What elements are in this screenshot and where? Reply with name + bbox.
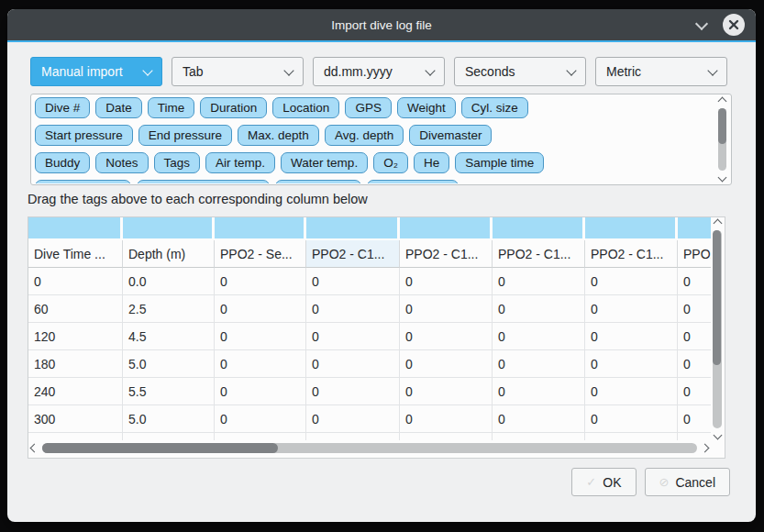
tag-o[interactable]: O₂ <box>373 152 408 173</box>
scroll-up-icon[interactable] <box>713 219 722 228</box>
window-title: Import dive log file <box>331 18 432 32</box>
tag-date[interactable]: Date <box>95 97 142 118</box>
table-cell: 120 <box>28 323 123 350</box>
table-cell <box>123 433 215 440</box>
tag-sample-time[interactable]: Sample time <box>455 152 544 173</box>
column-header-row: Dive Time ...Depth (m)PPO2 - Se...PPO2 -… <box>28 240 711 268</box>
table-cell: 300 <box>28 405 123 433</box>
table-cell: 0 <box>678 268 711 295</box>
table-row: 602.5000000 <box>28 295 711 323</box>
tag-sample-cns[interactable]: Sample CNS <box>367 180 459 183</box>
tag-weight[interactable]: Weight <box>397 97 456 118</box>
ok-button[interactable]: ✓ OK <box>571 468 636 496</box>
tag-row: BuddyNotesTagsAir temp.Water temp.O₂HeSa… <box>35 152 713 173</box>
tag-duration[interactable]: Duration <box>200 97 267 118</box>
scrollbar-thumb[interactable] <box>42 443 278 453</box>
drop-target-cell[interactable] <box>123 217 215 240</box>
dropdown-import-mode[interactable]: Manual import <box>30 57 162 86</box>
tag-dive[interactable]: Dive # <box>35 97 90 118</box>
scrollbar-track[interactable] <box>718 108 726 171</box>
close-button[interactable] <box>723 14 745 36</box>
drop-target-row <box>28 217 711 240</box>
scroll-down-icon[interactable] <box>713 431 722 440</box>
cancel-button[interactable]: ⊘ Cancel <box>645 468 731 496</box>
table-cell: 0 <box>215 405 306 433</box>
titlebar[interactable]: Import dive log file <box>7 9 756 40</box>
tag-sample-depth[interactable]: Sample depth <box>35 180 131 183</box>
drop-target-cell[interactable] <box>400 217 493 240</box>
table-cell: 0 <box>28 268 123 295</box>
drop-target-cell[interactable] <box>28 217 123 240</box>
tag-panel-scrollbar[interactable] <box>716 98 728 181</box>
dropdown-value: Manual import <box>41 64 123 79</box>
table-cell: 0 <box>493 323 585 350</box>
table-cell: 180 <box>28 350 123 378</box>
tag-end-pressure[interactable]: End pressure <box>138 125 232 146</box>
tag-max-depth[interactable]: Max. depth <box>238 125 319 146</box>
tag-he[interactable]: He <box>414 152 449 173</box>
scroll-up-icon[interactable] <box>718 97 727 106</box>
tag-sample-temperature[interactable]: Sample temperature <box>137 180 269 183</box>
column-header[interactable]: PPO2 - C1... <box>306 240 400 268</box>
chevron-down-icon <box>707 65 717 75</box>
drop-target-cell[interactable] <box>585 217 678 240</box>
table-horizontal-scrollbar[interactable] <box>31 441 708 455</box>
scroll-right-icon[interactable] <box>701 444 710 453</box>
tag-tags[interactable]: Tags <box>154 152 201 173</box>
table-cell: 0 <box>215 350 306 378</box>
table-cell: 0 <box>306 323 400 350</box>
scroll-down-icon[interactable] <box>718 173 727 183</box>
table-viewport: Dive Time ...Depth (m)PPO2 - Se...PPO2 -… <box>28 217 711 440</box>
table-cell: 0 <box>306 378 400 405</box>
tag-row: Dive #DateTimeDurationLocationGPSWeightC… <box>35 97 713 118</box>
table-cell: 0 <box>306 350 400 378</box>
scrollbar-track[interactable] <box>42 443 697 453</box>
tag-notes[interactable]: Notes <box>95 152 148 173</box>
table-cell: 4.5 <box>123 323 215 350</box>
table-cell: 0 <box>306 295 400 323</box>
column-header[interactable]: PPO2 <box>678 240 711 268</box>
column-header[interactable]: PPO2 - C1... <box>585 240 678 268</box>
drop-target-cell[interactable] <box>215 217 306 240</box>
dropdown-date-format[interactable]: dd.mm.yyyy <box>313 57 445 86</box>
table-row: 3005.0000000 <box>28 405 711 433</box>
table-cell: 0 <box>400 350 493 378</box>
table-cell <box>493 433 585 440</box>
table-cell: 0 <box>306 268 400 295</box>
column-header[interactable]: Depth (m) <box>123 240 215 268</box>
check-icon: ✓ <box>586 475 596 489</box>
tag-divemaster[interactable]: Divemaster <box>409 125 492 146</box>
tag-gps[interactable]: GPS <box>345 97 392 118</box>
tag-cyl-size[interactable]: Cyl. size <box>461 97 528 118</box>
drop-target-cell[interactable] <box>493 217 585 240</box>
tag-water-temp[interactable]: Water temp. <box>281 152 368 173</box>
scroll-left-icon[interactable] <box>30 444 39 453</box>
table-cell: 0 <box>400 268 493 295</box>
drop-target-cell[interactable] <box>678 217 711 240</box>
shade-button[interactable] <box>694 17 709 32</box>
scrollbar-track[interactable] <box>713 230 722 428</box>
column-header[interactable]: PPO2 - C1... <box>493 240 585 268</box>
dropdown-duration-format[interactable]: Seconds <box>454 57 586 86</box>
column-header[interactable]: PPO2 - C1... <box>400 240 493 268</box>
tag-sample-po[interactable]: Sample pO₂ <box>275 180 362 183</box>
dropdown-value: dd.mm.yyyy <box>324 64 393 79</box>
tag-time[interactable]: Time <box>148 97 195 118</box>
tag-avg-depth[interactable]: Avg. depth <box>325 125 404 146</box>
table-cell: 0 <box>400 405 493 433</box>
table-cell: 0 <box>678 295 711 323</box>
scrollbar-thumb[interactable] <box>713 230 721 365</box>
dropdown-field-separator[interactable]: Tab <box>172 57 304 86</box>
tag-air-temp[interactable]: Air temp. <box>205 152 275 173</box>
table-vertical-scrollbar[interactable] <box>711 220 724 438</box>
table-row: 1204.5000000 <box>28 323 711 350</box>
tag-location[interactable]: Location <box>272 97 339 118</box>
scrollbar-thumb[interactable] <box>718 108 726 144</box>
tag-start-pressure[interactable]: Start pressure <box>35 125 133 146</box>
tag-buddy[interactable]: Buddy <box>35 152 90 173</box>
dropdown-units[interactable]: Metric <box>595 57 727 86</box>
column-header[interactable]: Dive Time ... <box>28 240 123 268</box>
import-dive-log-dialog: Import dive log file Manual importTabdd.… <box>7 9 756 522</box>
drop-target-cell[interactable] <box>306 217 400 240</box>
column-header[interactable]: PPO2 - Se... <box>215 240 306 268</box>
